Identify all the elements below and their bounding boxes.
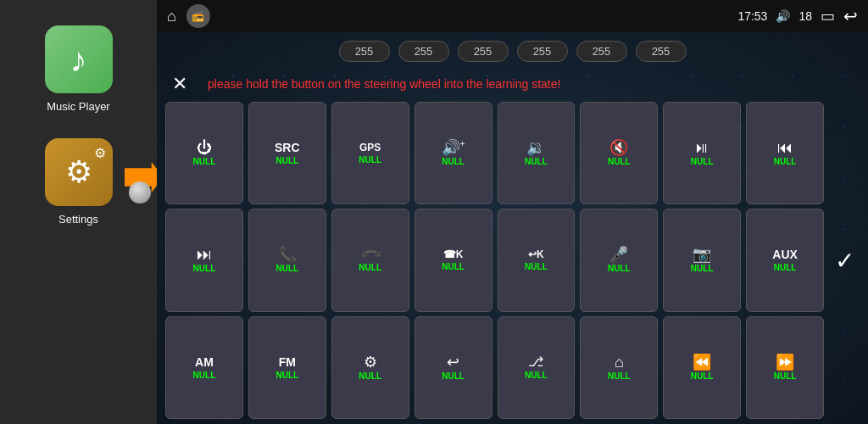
top-bar-left: ⌂ 📻 bbox=[167, 4, 210, 28]
home-icon[interactable]: ⌂ bbox=[167, 8, 176, 25]
btn-call-k[interactable]: ☎K NULL bbox=[415, 209, 492, 311]
next-icon: ⏭ bbox=[197, 247, 212, 262]
btn-fm-label: NULL bbox=[275, 371, 298, 380]
btn-vol-down[interactable]: 🔉 NULL bbox=[498, 102, 576, 204]
btn-call-k-label: NULL bbox=[442, 262, 465, 271]
btn-settings-label: NULL bbox=[359, 371, 381, 381]
btn-aux[interactable]: AUX NULL bbox=[746, 209, 824, 311]
btn-vol-up-label: NULL bbox=[442, 157, 465, 166]
btn-fastforward[interactable]: ⏩ NULL bbox=[746, 316, 824, 419]
btn-am-label: NULL bbox=[193, 371, 216, 380]
btn-aux-label: NULL bbox=[774, 263, 797, 272]
btn-power-label: NULL bbox=[193, 157, 216, 166]
btn-home[interactable]: ⌂ NULL bbox=[580, 316, 658, 419]
top-bar-right: 17:53 🔊 18 ▭ ↩ bbox=[737, 6, 858, 26]
music-player-label: Music Player bbox=[47, 100, 109, 113]
volume-icon: 🔊 bbox=[776, 9, 790, 23]
sidebar-item-music-player[interactable]: ♪ Music Player bbox=[19, 17, 138, 121]
btn-home-label: NULL bbox=[608, 371, 631, 381]
button-rows: ⏻ NULL SRC NULL GPS NULL 🔊+ NULL bbox=[165, 102, 824, 419]
btn-hangup-k[interactable]: ↩K NULL bbox=[498, 209, 576, 311]
btn-vol-up[interactable]: 🔊+ NULL bbox=[415, 102, 492, 204]
btn-back[interactable]: ↩ NULL bbox=[415, 316, 492, 419]
btn-mic-label: NULL bbox=[608, 264, 631, 273]
btn-src[interactable]: SRC NULL bbox=[248, 102, 326, 204]
btn-camera[interactable]: 📷 NULL bbox=[663, 209, 741, 311]
aux-icon: AUX bbox=[772, 248, 798, 261]
btn-next-label: NULL bbox=[193, 264, 216, 273]
volume-knob[interactable] bbox=[129, 181, 151, 204]
value-pills-row: 255 255 255 255 255 255 bbox=[157, 32, 868, 66]
btn-src-label: NULL bbox=[275, 156, 298, 165]
fastforward-icon: ⏩ bbox=[776, 354, 794, 370]
button-row-3: AM NULL FM NULL ⚙ NULL ↩ NULL bbox=[165, 316, 824, 419]
confirm-button[interactable]: ✓ bbox=[828, 243, 861, 278]
power-icon: ⏻ bbox=[197, 140, 212, 155]
side-nav: ✓ bbox=[829, 102, 860, 419]
hangup-icon: 📞 bbox=[359, 244, 381, 265]
sidebar-item-settings[interactable]: ⚙ ⚙ Settings bbox=[19, 130, 138, 234]
instruction-row: ✕ please hold the button on the steering… bbox=[157, 66, 868, 102]
value-pill-4: 255 bbox=[517, 41, 568, 62]
btn-rewind[interactable]: ⏪ NULL bbox=[663, 316, 741, 419]
btn-play-pause-label: NULL bbox=[691, 157, 714, 166]
btn-rewind-label: NULL bbox=[691, 371, 714, 381]
btn-next[interactable]: ⏭ NULL bbox=[165, 209, 243, 311]
back-nav-icon: ↩ bbox=[447, 354, 459, 370]
bluetooth-icon: ⎇ bbox=[528, 355, 543, 369]
btn-call-label: NULL bbox=[275, 264, 298, 273]
btn-mic[interactable]: 🎤 NULL bbox=[580, 209, 658, 311]
volume-level: 18 bbox=[798, 9, 812, 23]
home-nav-icon: ⌂ bbox=[615, 354, 624, 370]
cancel-button[interactable]: ✕ bbox=[165, 70, 194, 98]
value-pill-5: 255 bbox=[576, 41, 627, 62]
src-icon: SRC bbox=[275, 141, 300, 154]
btn-mute-label: NULL bbox=[608, 157, 631, 166]
btn-prev-label: NULL bbox=[774, 157, 797, 166]
btn-vol-down-label: NULL bbox=[525, 157, 548, 166]
value-pill-6: 255 bbox=[636, 41, 687, 62]
btn-call[interactable]: 📞 NULL bbox=[248, 209, 326, 311]
btn-fm[interactable]: FM NULL bbox=[248, 316, 326, 419]
call-k-icon: ☎K bbox=[443, 248, 464, 260]
btn-back-label: NULL bbox=[442, 371, 465, 381]
btn-hangup-k-label: NULL bbox=[525, 262, 548, 271]
btn-prev[interactable]: ⏮ NULL bbox=[746, 102, 824, 204]
time-display: 17:53 bbox=[737, 9, 767, 23]
gps-icon: GPS bbox=[359, 142, 381, 153]
camera-icon: 📷 bbox=[693, 247, 711, 262]
settings-label: Settings bbox=[58, 213, 98, 226]
btn-am[interactable]: AM NULL bbox=[165, 316, 243, 419]
mic-icon: 🎤 bbox=[609, 247, 628, 262]
radio-icon[interactable]: 📻 bbox=[186, 4, 210, 28]
back-icon[interactable]: ↩ bbox=[843, 6, 858, 26]
value-pill-2: 255 bbox=[398, 41, 449, 62]
top-bar: ⌂ 📻 17:53 🔊 18 ▭ ↩ bbox=[157, 0, 868, 32]
button-row-2: ⏭ NULL 📞 NULL 📞 NULL ☎K NULL bbox=[165, 209, 824, 311]
btn-hangup[interactable]: 📞 NULL bbox=[331, 209, 409, 311]
play-pause-icon: ⏯ bbox=[694, 140, 709, 155]
call-icon: 📞 bbox=[278, 247, 297, 262]
btn-power[interactable]: ⏻ NULL bbox=[165, 102, 243, 204]
settings-gear-icon: ⚙ bbox=[364, 354, 377, 370]
button-grid-area: ⏻ NULL SRC NULL GPS NULL 🔊+ NULL bbox=[157, 102, 868, 424]
mute-icon: 🔇 bbox=[609, 140, 628, 155]
btn-play-pause[interactable]: ⏯ NULL bbox=[663, 102, 741, 204]
volume-down-icon: 🔉 bbox=[526, 140, 545, 155]
music-player-icon: ♪ bbox=[45, 25, 113, 93]
settings-app-container: ⚙ ⚙ Settings bbox=[19, 130, 138, 234]
btn-bluetooth[interactable]: ⎇ NULL bbox=[498, 316, 576, 419]
volume-up-icon: 🔊+ bbox=[442, 140, 465, 155]
btn-settings[interactable]: ⚙ NULL bbox=[331, 316, 409, 419]
button-row-1: ⏻ NULL SRC NULL GPS NULL 🔊+ NULL bbox=[165, 102, 824, 204]
btn-gps[interactable]: GPS NULL bbox=[331, 102, 409, 204]
instruction-text: please hold the button on the steering w… bbox=[208, 77, 560, 91]
btn-fastforward-label: NULL bbox=[774, 371, 797, 381]
sidebar: ♪ Music Player ⚙ ⚙ Settings bbox=[0, 0, 157, 424]
settings-icon: ⚙ ⚙ bbox=[45, 138, 113, 206]
btn-bluetooth-label: NULL bbox=[525, 371, 548, 380]
btn-mute[interactable]: 🔇 NULL bbox=[580, 102, 658, 204]
prev-icon: ⏮ bbox=[777, 140, 793, 155]
value-pill-1: 255 bbox=[339, 41, 390, 62]
screen-icon: ▭ bbox=[821, 7, 835, 25]
